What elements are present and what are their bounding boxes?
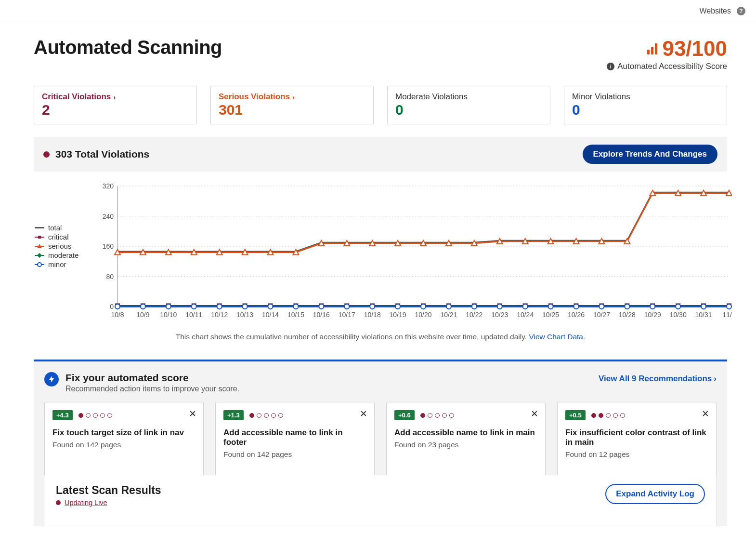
svg-point-136 [548,304,553,309]
card-critical[interactable]: Critical Violations› 2 [34,86,197,124]
updating-live-link[interactable]: Updating Live [65,499,107,507]
reco-card[interactable]: +1.3 ✕ Add accessible name to link in fo… [215,402,375,476]
svg-text:10/10: 10/10 [160,311,177,319]
reco-subtitle: Recommended action items to improve your… [65,385,239,393]
svg-point-142 [701,304,706,309]
svg-text:10/31: 10/31 [695,311,712,319]
severity-dots [249,413,283,418]
expand-activity-log-button[interactable]: Expand Activity Log [605,484,705,504]
svg-point-122 [192,304,196,309]
reco-card-title: Add accessible name to link in main [394,428,537,438]
card-minor: Minor Violations 0 [564,86,727,124]
svg-point-129 [370,304,375,309]
latest-scan-title: Latest Scan Results [56,484,161,497]
svg-point-120 [141,304,145,309]
svg-point-123 [217,304,222,309]
reco-card-found: Found on 142 pages [223,450,366,459]
total-violations: 303 Total Violations [55,148,149,160]
critical-count: 2 [42,103,189,117]
svg-marker-5 [37,253,42,258]
nav-websites[interactable]: Websites [699,7,731,15]
svg-point-124 [243,304,248,309]
score-label: i Automated Accessibility Score [607,62,727,71]
svg-text:10/11: 10/11 [185,311,202,319]
reco-card[interactable]: +4.3 ✕ Fix touch target size of link in … [44,402,204,476]
violations-chart: 08016024032010/810/910/1010/1110/1210/13… [96,181,732,326]
svg-point-138 [599,304,604,309]
severity-dots [591,413,625,418]
signal-icon [647,43,657,54]
svg-text:10/20: 10/20 [415,311,431,319]
view-all-recommendations-link[interactable]: View All 9 Recommendations› [599,372,717,384]
chart-legend: total critical serious moderate minor [35,181,88,326]
svg-point-134 [497,304,502,309]
svg-point-119 [115,304,120,309]
bolt-icon [44,372,59,387]
close-icon[interactable]: ✕ [189,409,196,418]
reco-title: Fix your automated score [65,372,239,384]
svg-point-121 [166,304,171,309]
score-impact-badge: +0.6 [394,410,415,420]
reco-card-title: Add accessible name to link in footer [223,428,366,447]
svg-point-130 [395,304,400,309]
svg-text:10/18: 10/18 [364,311,381,319]
svg-point-135 [523,304,528,309]
svg-text:10/8: 10/8 [111,311,124,319]
reco-card-found: Found on 12 pages [565,450,708,459]
svg-text:240: 240 [103,213,114,220]
reco-card[interactable]: +0.5 ✕ Fix insufficient color contrast o… [557,402,717,476]
svg-point-133 [472,304,477,309]
chevron-right-icon: › [714,374,717,384]
svg-text:10/16: 10/16 [313,311,330,319]
svg-point-125 [268,304,273,309]
card-serious[interactable]: Serious Violations› 301 [210,86,374,124]
svg-point-139 [625,304,629,309]
card-moderate: Moderate Violations 0 [387,86,550,124]
chart-caption: This chart shows the cumulative number o… [34,333,727,341]
info-icon[interactable]: i [607,63,614,70]
svg-text:10/28: 10/28 [619,311,636,319]
svg-text:80: 80 [106,273,114,280]
view-chart-data-link[interactable]: View Chart Data. [529,333,585,341]
svg-point-137 [574,304,579,309]
score-impact-badge: +1.3 [223,410,244,420]
svg-text:10/12: 10/12 [211,311,228,319]
svg-text:10/21: 10/21 [440,311,457,319]
svg-text:10/27: 10/27 [593,311,610,319]
svg-point-126 [293,304,298,309]
chevron-right-icon: › [113,93,116,101]
svg-point-132 [446,304,451,309]
svg-text:10/29: 10/29 [644,311,661,319]
severity-dots [78,413,112,418]
score-impact-badge: +4.3 [52,410,73,420]
svg-text:10/13: 10/13 [236,311,253,319]
svg-text:10/17: 10/17 [339,311,355,319]
violation-dot-icon [43,151,50,158]
svg-point-143 [727,304,731,309]
score-impact-badge: +0.5 [565,410,586,420]
svg-text:10/19: 10/19 [390,311,406,319]
close-icon[interactable]: ✕ [360,409,367,418]
score-value: 93/100 [607,37,727,61]
reco-card-found: Found on 142 pages [52,440,196,449]
svg-text:10/14: 10/14 [262,311,279,319]
page-title: Automated Scanning [34,37,222,58]
svg-point-7 [38,263,41,267]
svg-text:10/9: 10/9 [136,311,149,319]
close-icon[interactable]: ✕ [531,409,538,418]
svg-point-128 [344,304,349,309]
svg-rect-1 [38,236,41,239]
close-icon[interactable]: ✕ [702,409,709,418]
svg-text:10/22: 10/22 [466,311,482,319]
svg-point-141 [676,304,680,309]
svg-text:10/23: 10/23 [491,311,508,319]
moderate-count: 0 [395,103,542,117]
help-icon[interactable]: ? [737,7,745,15]
explore-trends-button[interactable]: Explore Trends And Changes [583,145,717,164]
chevron-right-icon: › [292,93,295,101]
live-dot-icon [56,500,61,505]
svg-text:11/1: 11/1 [722,311,732,319]
reco-card[interactable]: +0.6 ✕ Add accessible name to link in ma… [386,402,546,476]
svg-text:10/25: 10/25 [542,311,559,319]
svg-point-127 [319,304,324,309]
